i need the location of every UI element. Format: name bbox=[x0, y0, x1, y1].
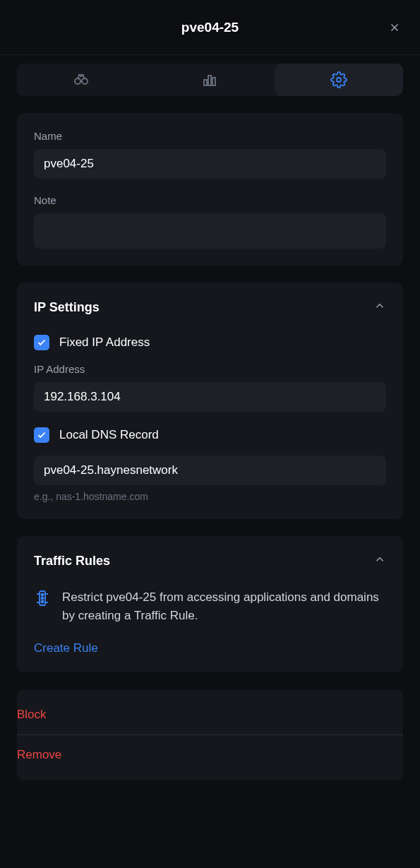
close-icon bbox=[388, 21, 401, 34]
bar-chart-icon bbox=[201, 71, 218, 88]
close-button[interactable] bbox=[386, 19, 403, 36]
svg-point-11 bbox=[42, 601, 44, 603]
block-button[interactable]: Block bbox=[17, 695, 403, 735]
traffic-rules-toggle[interactable]: Traffic Rules bbox=[34, 553, 386, 569]
dns-input[interactable] bbox=[34, 456, 386, 485]
actions-card: Block Remove bbox=[17, 689, 403, 780]
svg-rect-5 bbox=[208, 76, 211, 85]
svg-point-3 bbox=[82, 78, 88, 84]
ip-address-input[interactable] bbox=[34, 382, 386, 412]
binoculars-icon bbox=[73, 71, 90, 88]
panel-header: pve04-25 bbox=[0, 0, 420, 55]
local-dns-checkbox[interactable] bbox=[34, 427, 49, 443]
svg-point-7 bbox=[337, 78, 341, 82]
note-input[interactable] bbox=[34, 213, 386, 249]
ip-settings-title: IP Settings bbox=[34, 300, 100, 315]
svg-point-9 bbox=[42, 594, 44, 596]
name-label: Name bbox=[34, 130, 386, 142]
general-card: Name Note bbox=[17, 113, 403, 266]
panel-title: pve04-25 bbox=[181, 20, 239, 35]
svg-rect-6 bbox=[212, 78, 215, 85]
create-rule-link[interactable]: Create Rule bbox=[34, 641, 98, 655]
check-icon bbox=[37, 430, 47, 440]
traffic-rules-card: Traffic Rules Restrict pve04-25 from acc… bbox=[17, 536, 403, 672]
svg-point-10 bbox=[42, 598, 44, 600]
local-dns-label: Local DNS Record bbox=[59, 428, 159, 442]
tab-settings[interactable] bbox=[275, 64, 403, 96]
dns-hint: e.g., nas-1.hostname.com bbox=[34, 491, 386, 502]
svg-rect-4 bbox=[204, 80, 207, 85]
note-label: Note bbox=[34, 194, 386, 206]
name-input[interactable] bbox=[34, 149, 386, 179]
ip-address-label: IP Address bbox=[34, 363, 386, 375]
fixed-ip-label: Fixed IP Address bbox=[59, 335, 150, 350]
tab-overview[interactable] bbox=[17, 64, 145, 96]
tab-insights[interactable] bbox=[145, 64, 274, 96]
svg-point-2 bbox=[75, 78, 80, 84]
gear-icon bbox=[330, 71, 347, 88]
check-icon bbox=[37, 338, 47, 347]
chevron-up-icon bbox=[373, 299, 386, 315]
traffic-rule-icon bbox=[34, 590, 51, 607]
ip-settings-toggle[interactable]: IP Settings bbox=[34, 299, 386, 315]
traffic-description: Restrict pve04-25 from accessing applica… bbox=[62, 588, 386, 626]
tab-bar bbox=[17, 64, 403, 96]
chevron-up-icon bbox=[373, 553, 386, 569]
remove-button[interactable]: Remove bbox=[17, 735, 403, 775]
traffic-rules-title: Traffic Rules bbox=[34, 554, 110, 569]
fixed-ip-checkbox[interactable] bbox=[34, 335, 49, 350]
ip-settings-card: IP Settings Fixed IP Address IP Address … bbox=[17, 283, 403, 519]
